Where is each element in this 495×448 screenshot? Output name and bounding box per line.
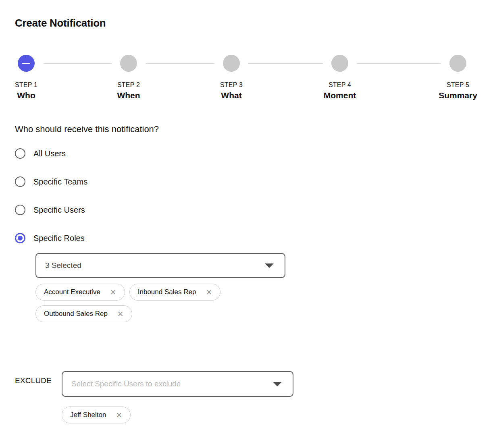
exclude-select-placeholder: Select Specific Users to exclude [62,380,273,388]
step-indicator-moment [331,55,348,72]
close-icon[interactable]: ✕ [117,310,124,318]
step-indicator-when [120,55,137,72]
step-number-label: STEP 4 [295,81,384,89]
selected-roles-chips: Account Executive ✕ Inbound Sales Rep ✕ … [35,284,269,322]
role-chip: Account Executive ✕ [35,284,125,301]
step-name-label: Summary [414,91,495,100]
radio-unselected-icon[interactable] [15,148,25,159]
step-name-label: Moment [295,91,384,100]
radio-option-label: Specific Roles [33,234,85,243]
radio-option-specific-teams[interactable]: Specific Teams [15,176,87,187]
excluded-user-chip: Jeff Shelton ✕ [62,407,131,423]
radio-dot [18,236,23,241]
radio-unselected-icon[interactable] [15,205,25,215]
step-connector [44,63,112,64]
step-number-label: STEP 2 [84,81,173,89]
step-name-label: When [84,91,173,100]
step-connector [248,63,323,64]
step-moment: STEP 4 Moment [295,81,384,100]
radio-option-all-users[interactable]: All Users [15,148,66,159]
step-number-label: STEP 3 [187,81,276,89]
chip-label: Outbound Sales Rep [44,310,108,318]
close-icon[interactable]: ✕ [206,288,212,296]
step-connector [146,63,214,64]
radio-selected-icon[interactable] [15,233,25,243]
step-indicator-summary [449,55,466,72]
step-name-label: Who [0,91,71,100]
step-summary: STEP 5 Summary [414,81,495,100]
minus-icon [22,63,30,64]
roles-select[interactable]: 3 Selected [35,253,285,278]
radio-unselected-icon[interactable] [15,176,25,187]
radio-option-label: Specific Users [33,205,85,215]
radio-option-label: All Users [33,149,66,158]
chip-label: Account Executive [44,288,100,296]
step-indicator-who [18,55,35,72]
step-indicator-what [223,55,240,72]
page-title: Create Notification [15,17,106,29]
role-chip: Outbound Sales Rep ✕ [35,305,132,322]
step-number-label: STEP 1 [0,81,71,89]
step-name-label: What [187,91,276,100]
step-who: STEP 1 Who [0,81,71,100]
close-icon[interactable]: ✕ [116,411,122,419]
caret-down-icon[interactable] [265,263,274,268]
excluded-users-chips: Jeff Shelton ✕ [62,407,295,423]
role-chip: Inbound Sales Rep ✕ [129,284,221,301]
radio-option-specific-users[interactable]: Specific Users [15,204,85,216]
roles-select-value: 3 Selected [36,261,265,270]
radio-option-specific-roles[interactable]: Specific Roles [15,232,85,244]
radio-option-label: Specific Teams [33,177,87,187]
caret-down-icon[interactable] [273,382,282,386]
step-connector [357,63,441,64]
close-icon[interactable]: ✕ [110,288,116,296]
step-when: STEP 2 When [84,81,173,100]
chip-label: Inbound Sales Rep [138,288,196,296]
chip-label: Jeff Shelton [70,411,106,419]
step-number-label: STEP 5 [414,81,495,89]
exclude-label: EXCLUDE [15,376,52,385]
step-what: STEP 3 What [187,81,276,100]
recipient-question: Who should receive this notification? [15,124,159,135]
exclude-users-select[interactable]: Select Specific Users to exclude [62,371,293,397]
